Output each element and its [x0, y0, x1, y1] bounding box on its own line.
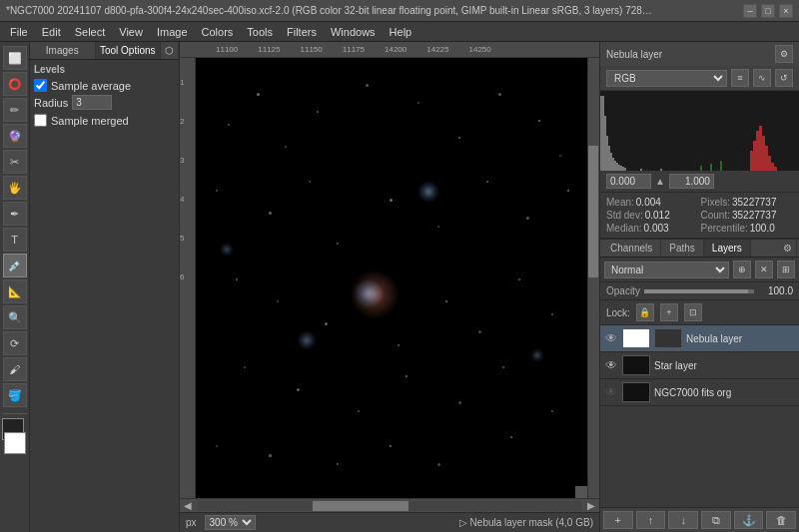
levels-controls: ▲	[600, 171, 799, 193]
tool-fill[interactable]: 🪣	[3, 383, 27, 407]
ruler-top: 11100 11125 11150 11175 14200 14225 1425…	[180, 42, 599, 58]
layer-thumb-star	[622, 355, 650, 375]
tool-paint[interactable]: 🖌	[3, 357, 27, 381]
svg-rect-6	[612, 158, 614, 171]
panel-expand-btn[interactable]: ⬡	[161, 42, 179, 59]
svg-rect-10	[620, 166, 622, 171]
histogram-config-btn[interactable]: ⚙	[775, 45, 793, 63]
levels-max-input[interactable]	[669, 174, 714, 189]
canvas-bottom-bar: px 300 % 200 % 100 % 50 % ▷ Nebula layer…	[180, 512, 599, 532]
layers-mode-row: Normal Multiply Screen Overlay ⊕ ✕ ⊞	[600, 258, 799, 282]
tool-free-select[interactable]: ✏	[3, 98, 27, 122]
horizontal-scrollbar[interactable]	[198, 501, 581, 511]
histogram-linear-btn[interactable]: ≡	[731, 69, 749, 87]
tab-layers[interactable]: Layers	[704, 240, 751, 257]
dock-panels: Channels Paths Layers ⚙ Normal Multiply …	[600, 240, 799, 532]
tab-channels[interactable]: Channels	[602, 240, 661, 257]
menu-windows[interactable]: Windows	[325, 24, 382, 40]
tab-paths[interactable]: Paths	[661, 240, 704, 257]
scroll-left-arrow[interactable]: ◀	[180, 500, 196, 511]
mean-value: 0.004	[636, 197, 661, 208]
layer-item-nebula[interactable]: 👁 Nebula layer	[600, 325, 799, 352]
lower-layer-btn[interactable]: ↓	[668, 511, 698, 529]
svg-rect-2	[604, 116, 606, 171]
sample-merged-checkbox[interactable]	[34, 114, 47, 127]
sample-average-label: Sample average	[51, 80, 131, 92]
opacity-slider[interactable]	[644, 289, 754, 293]
median-value: 0.003	[644, 223, 669, 234]
delete-layer-bottom-btn[interactable]: 🗑	[766, 511, 796, 529]
tab-tool-options[interactable]: Tool Options	[96, 42, 162, 59]
histogram-title: Nebula layer	[606, 49, 662, 60]
svg-rect-17	[756, 131, 759, 171]
duplicate-layer-btn[interactable]: ⧉	[701, 511, 731, 529]
close-button[interactable]: ×	[779, 4, 793, 18]
levels-min-input[interactable]	[606, 174, 651, 189]
zoom-select[interactable]: 300 % 200 % 100 % 50 %	[205, 515, 256, 530]
tool-transform[interactable]: ⟳	[3, 331, 27, 355]
layers-bottom-toolbar: + ↑ ↓ ⧉ ⚓ 🗑	[600, 507, 799, 532]
layer-item-star[interactable]: 👁 Star layer	[600, 352, 799, 379]
svg-rect-3	[606, 136, 608, 171]
svg-rect-9	[618, 165, 620, 171]
tool-rectangle[interactable]: ⬜	[3, 46, 27, 70]
layer-eye-star[interactable]: 👁	[604, 358, 618, 372]
tool-measure[interactable]: 📐	[3, 279, 27, 303]
delete-layer-btn[interactable]: ✕	[755, 261, 773, 278]
menu-select[interactable]: Select	[69, 24, 112, 40]
tool-ellipse[interactable]: ⭕	[3, 72, 27, 96]
tool-color-picker[interactable]: 💉	[3, 254, 27, 277]
svg-rect-21	[768, 156, 771, 171]
channel-select[interactable]: RGB Red Green Blue Alpha	[606, 70, 727, 87]
layer-mask-thumb-nebula	[654, 328, 682, 348]
tool-foreground-select[interactable]: 🖐	[3, 176, 27, 200]
tool-paths[interactable]: ✒	[3, 202, 27, 226]
window-title: *NGC7000 20241107 d800-pfa-300f4-24x240s…	[6, 5, 655, 16]
menu-edit[interactable]: Edit	[36, 24, 67, 40]
menu-view[interactable]: View	[113, 24, 149, 40]
maximize-button[interactable]: □	[761, 4, 775, 18]
lock-label: Lock:	[606, 307, 630, 318]
layer-thumb-nebula	[622, 328, 650, 348]
radius-input[interactable]	[72, 95, 112, 110]
svg-rect-12	[624, 168, 626, 171]
left-toolbar: ⬜ ⭕ ✏ 🔮 ✂ 🖐 ✒ T 💉 📐 🔍 ⟳ 🖌 🪣	[0, 42, 30, 532]
menu-file[interactable]: File	[4, 24, 34, 40]
layer-mode-select[interactable]: Normal Multiply Screen Overlay	[604, 262, 729, 278]
tool-fuzzy-select[interactable]: 🔮	[3, 124, 27, 148]
menu-filters[interactable]: Filters	[281, 24, 323, 40]
tool-text[interactable]: T	[3, 228, 27, 252]
tab-images[interactable]: Images	[30, 42, 96, 59]
svg-rect-24	[700, 166, 702, 171]
new-layer-btn[interactable]: +	[603, 511, 633, 529]
title-bar: *NGC7000 20241107 d800-pfa-300f4-24x240s…	[0, 0, 799, 22]
svg-rect-11	[622, 167, 624, 171]
layer-name-ngc7000: NGC7000 fits org	[654, 387, 795, 398]
lock-position-btn[interactable]: +	[660, 303, 678, 321]
minimize-button[interactable]: –	[743, 4, 757, 18]
menu-help[interactable]: Help	[384, 24, 418, 40]
merge-layers-btn[interactable]: ⊞	[777, 261, 795, 278]
background-color-swatch[interactable]	[4, 432, 26, 454]
layer-eye-nebula[interactable]: 👁	[604, 331, 618, 345]
menu-colors[interactable]: Colors	[196, 24, 240, 40]
scroll-right-arrow[interactable]: ▶	[583, 500, 599, 511]
canvas-container[interactable]	[196, 58, 599, 498]
sample-average-checkbox[interactable]	[34, 79, 47, 92]
anchor-layer-btn[interactable]: ⚓	[734, 511, 764, 529]
layer-eye-ngc7000[interactable]: 👁	[604, 385, 618, 399]
lock-alpha-btn[interactable]: ⊡	[684, 303, 702, 321]
histogram-log-btn[interactable]: ∿	[753, 69, 771, 87]
tool-scissors[interactable]: ✂	[3, 150, 27, 174]
menu-tools[interactable]: Tools	[241, 24, 279, 40]
histogram-refresh-btn[interactable]: ↺	[775, 69, 793, 87]
layer-item-ngc7000[interactable]: 👁 NGC7000 fits org	[600, 379, 799, 406]
svg-rect-13	[640, 169, 642, 171]
raise-layer-btn[interactable]: ↑	[636, 511, 666, 529]
tool-zoom[interactable]: 🔍	[3, 305, 27, 329]
add-layer-mask-btn[interactable]: ⊕	[733, 261, 751, 278]
dock-config-btn[interactable]: ⚙	[779, 240, 797, 257]
menu-image[interactable]: Image	[151, 24, 194, 40]
canvas-scroll-bar[interactable]: ◀ ▶	[180, 498, 599, 512]
lock-pixels-btn[interactable]: 🔒	[636, 303, 654, 321]
